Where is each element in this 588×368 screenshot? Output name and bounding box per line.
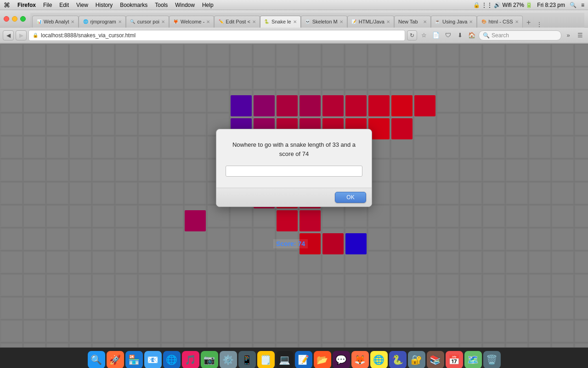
tab-close-icon[interactable]: ✕: [161, 19, 165, 24]
tab-close-icon[interactable]: ✕: [469, 19, 473, 24]
tabs-overflow-button[interactable]: ⋮: [535, 21, 544, 28]
security-icon: 🔒: [33, 33, 38, 38]
tab-close-icon[interactable]: ✕: [118, 19, 122, 24]
tab-html-java[interactable]: 📝 HTML/Java ✕: [347, 16, 394, 28]
file-menu[interactable]: File: [43, 2, 52, 8]
tab-favicon: 🌐: [83, 19, 88, 24]
help-menu[interactable]: Help: [202, 2, 214, 8]
tab-favicon: ✏️: [218, 19, 224, 24]
tab-welcome[interactable]: 🦊 Welcome - ✕: [169, 16, 214, 28]
dock-icon-vscode[interactable]: 📝: [295, 351, 312, 368]
dialog-message: Nowhere to go with a snake length of 33 …: [226, 140, 362, 158]
tab-skeleton[interactable]: 💀 Skeleton M ✕: [301, 16, 347, 28]
new-tab-button[interactable]: +: [523, 17, 535, 28]
dock-icon-terminal[interactable]: 💻: [276, 351, 294, 368]
dock-icon-launchpad[interactable]: 🚀: [107, 351, 124, 368]
tab-close-icon[interactable]: ✕: [206, 19, 210, 24]
tab-label: Web Analyt: [44, 19, 69, 24]
forward-button[interactable]: ▶: [16, 30, 27, 40]
dock-icon-finder[interactable]: 🔍: [88, 351, 105, 368]
reload-button[interactable]: ↻: [407, 30, 417, 40]
control-center-icon[interactable]: ≡: [581, 2, 584, 8]
dock-icon-mail[interactable]: 📧: [144, 351, 162, 368]
back-button[interactable]: ◀: [3, 30, 14, 40]
maximize-window-button[interactable]: [20, 16, 26, 22]
tab-close-icon[interactable]: ✕: [293, 19, 297, 24]
download-button[interactable]: ⬇: [455, 30, 465, 40]
tab-close-icon[interactable]: ✕: [386, 19, 390, 24]
dock-icon-system-prefs[interactable]: ⚙️: [220, 351, 237, 368]
dock-icon-maps[interactable]: 🗺️: [464, 351, 482, 368]
tab-close-icon[interactable]: ✕: [423, 19, 427, 24]
tab-html-css[interactable]: 🎨 html - CSS ✕: [477, 16, 522, 28]
tab-label: Snake le: [271, 19, 291, 24]
edit-menu[interactable]: Edit: [59, 2, 69, 8]
view-menu[interactable]: View: [76, 2, 88, 8]
tab-using-java[interactable]: ☕ Using Java ✕: [431, 16, 477, 28]
window-menu[interactable]: Window: [175, 2, 195, 8]
menu-bar-right: 🔒 ⋮⋮ 🔊 Wifi 27% 🔋 Fri 8:23 pm 🔍 ≡: [473, 2, 584, 8]
traffic-lights: [4, 16, 26, 22]
tab-close-icon[interactable]: ✕: [252, 19, 256, 24]
history-menu[interactable]: History: [96, 2, 113, 8]
tab-web-analyt[interactable]: 📊 Web Analyt ✕: [32, 16, 79, 28]
close-window-button[interactable]: [4, 16, 9, 22]
tabs-bar: 📊 Web Analyt ✕ 🌐 rjmprogram ✕ 🔍 cursor p…: [30, 13, 584, 28]
dock-icon-notes[interactable]: 🗒️: [257, 351, 275, 368]
reader-view-button[interactable]: 📄: [431, 30, 441, 40]
bookmark-star-button[interactable]: ☆: [419, 30, 429, 40]
dialog-box: Nowhere to go with a snake length of 33 …: [216, 129, 372, 207]
app-name-menu[interactable]: Firefox: [17, 2, 36, 8]
tab-favicon: 🎨: [481, 19, 486, 24]
search-menubar-icon[interactable]: 🔍: [570, 2, 577, 8]
dock-icon-music[interactable]: 🎵: [182, 351, 199, 368]
tab-label: rjmprogram: [90, 19, 116, 24]
dock-icon-firefox[interactable]: 🦊: [351, 351, 369, 368]
menu-bar: ⌘ Firefox File Edit View History Bookmar…: [0, 0, 588, 10]
shield-button[interactable]: 🛡: [443, 30, 453, 40]
minimize-window-button[interactable]: [12, 16, 17, 22]
tab-edit-post[interactable]: ✏️ Edit Post < ✕: [214, 16, 260, 28]
dock-icon-appstore[interactable]: 🏪: [125, 351, 143, 368]
tools-menu[interactable]: Tools: [155, 2, 168, 8]
dock-icon-photos[interactable]: 📷: [201, 351, 218, 368]
tab-label: New Tab: [398, 19, 418, 24]
address-bar-row: ◀ ▶ 🔒 localhost:8888/snakes_via_cursor.h…: [0, 28, 588, 43]
ok-button[interactable]: OK: [335, 192, 366, 203]
tab-label: Welcome -: [181, 19, 204, 24]
home-button[interactable]: 🏠: [467, 30, 477, 40]
dock-icon-filezilla[interactable]: 📂: [314, 351, 331, 368]
dock-icon-slack[interactable]: 💬: [333, 351, 350, 368]
tab-favicon: 📊: [36, 19, 42, 24]
dock-icon-safari[interactable]: 🌐: [163, 351, 181, 368]
search-bar[interactable]: 🔍 Search: [479, 30, 561, 40]
tab-close-icon[interactable]: ✕: [71, 19, 74, 24]
address-bar[interactable]: 🔒 localhost:8888/snakes_via_cursor.html: [28, 30, 405, 41]
apple-menu[interactable]: ⌘: [4, 1, 10, 9]
tab-favicon: ☕: [435, 19, 441, 24]
dock-icon-iphone[interactable]: 📱: [238, 351, 256, 368]
tab-label: Edit Post <: [226, 19, 250, 24]
toolbar-overflow-button[interactable]: »: [563, 30, 573, 40]
tab-rjmprogram[interactable]: 🌐 rjmprogram ✕: [79, 16, 125, 28]
dock-icon-python[interactable]: 🐍: [389, 351, 407, 368]
tab-new-tab[interactable]: New Tab ✕: [394, 16, 431, 28]
tab-label: cursor poi: [137, 19, 159, 24]
url-text: localhost:8888/snakes_via_cursor.html: [41, 32, 401, 39]
dock-icon-books[interactable]: 📚: [427, 351, 444, 368]
tab-close-icon[interactable]: ✕: [339, 19, 343, 24]
tab-cursor-poi[interactable]: 🔍 cursor poi ✕: [126, 16, 169, 28]
tab-label: Using Java: [442, 19, 467, 24]
dock-icon-calendar[interactable]: 📅: [446, 351, 463, 368]
clock: Fri 8:23 pm: [537, 2, 565, 8]
dialog-overlay: Nowhere to go with a snake length of 33 …: [0, 44, 588, 320]
hamburger-menu-button[interactable]: ☰: [575, 30, 585, 40]
tab-close-icon[interactable]: ✕: [515, 19, 519, 24]
tab-snake[interactable]: 🐍 Snake le ✕: [260, 16, 301, 28]
dock-icon-security[interactable]: 🔐: [408, 351, 425, 368]
dialog-footer: OK: [216, 188, 372, 207]
dock-icon-trash[interactable]: 🗑️: [483, 351, 501, 368]
tab-label: HTML/Java: [359, 19, 384, 24]
bookmarks-menu[interactable]: Bookmarks: [120, 2, 147, 8]
dock-icon-chrome[interactable]: 🌐: [370, 351, 388, 368]
